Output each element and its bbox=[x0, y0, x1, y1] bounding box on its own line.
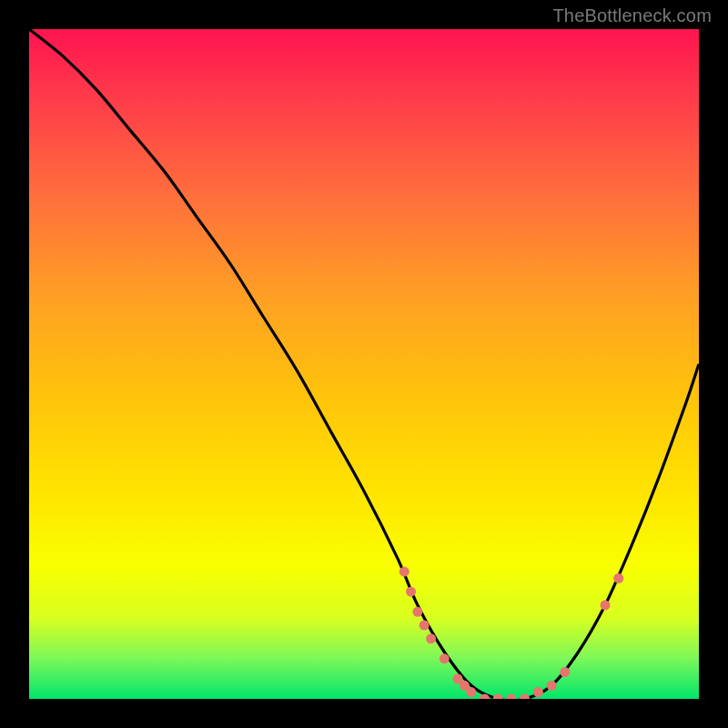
plot-area bbox=[29, 29, 699, 699]
attribution-label: TheBottleneck.com bbox=[552, 5, 712, 26]
chart-frame: TheBottleneck.com bbox=[0, 0, 728, 728]
